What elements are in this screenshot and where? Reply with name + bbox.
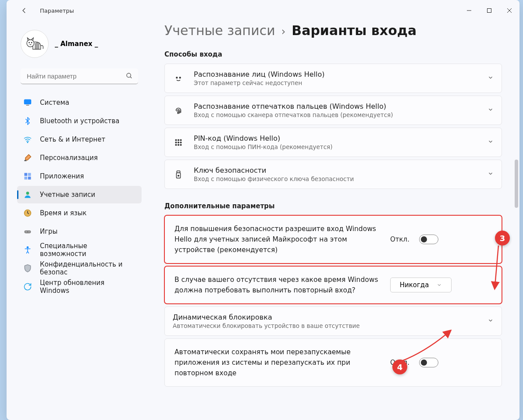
sidebar-item-gaming[interactable]: Игры — [17, 223, 142, 240]
card-dynamic-lock-title: Динамическая блокировка — [173, 313, 478, 321]
svg-point-28 — [179, 77, 181, 78]
svg-rect-13 — [25, 100, 31, 104]
card-seckey-subtitle: Вход с помощью физического ключа безопас… — [194, 175, 478, 182]
sidebar-item-personalization[interactable]: Персонализация — [17, 149, 142, 167]
sidebar-item-label: Bluetooth и устройства — [40, 117, 119, 125]
breadcrumb: Учетные записи › Варианты входа — [164, 23, 502, 38]
minimize-button[interactable] — [459, 4, 479, 18]
maximize-button[interactable] — [479, 4, 499, 18]
svg-point-6 — [31, 42, 32, 43]
svg-rect-16 — [25, 160, 27, 161]
card-dynamic-lock-subtitle: Автоматически блокировать устройство в в… — [173, 322, 478, 329]
section-heading-signin: Способы входа — [164, 50, 502, 58]
sidebar: _ Almanex _ СистемаBluetooth и устройств… — [7, 21, 147, 420]
settings-window: Параметры — [7, 0, 519, 420]
svg-point-21 — [26, 192, 29, 195]
cat-avatar-icon — [25, 36, 44, 52]
scrollbar-thumb[interactable] — [515, 160, 518, 208]
setting-relogin-value: Никогда — [400, 281, 429, 289]
card-fingerprint-subtitle: Вход с помощью сканера отпечатков пальце… — [194, 111, 478, 118]
search-input[interactable] — [21, 68, 138, 84]
breadcrumb-parent[interactable]: Учетные записи — [164, 23, 275, 38]
svg-point-26 — [27, 247, 28, 248]
sidebar-item-label: Специальные возможности — [40, 242, 135, 258]
setting-restart-apps-toggle[interactable] — [419, 358, 438, 367]
sidebar-item-accessibility[interactable]: Специальные возможности — [17, 241, 142, 259]
card-dynamic-lock[interactable]: Динамическая блокировка Автоматически бл… — [164, 306, 502, 336]
svg-rect-17 — [25, 173, 28, 176]
svg-point-31 — [180, 139, 181, 141]
sidebar-item-label: Игры — [40, 228, 57, 235]
window-controls — [459, 4, 519, 18]
wifi-icon — [23, 135, 32, 144]
main-panel: Учетные записи › Варианты входа Способы … — [147, 21, 519, 420]
svg-point-34 — [180, 142, 181, 143]
chevron-down-icon — [487, 170, 494, 178]
svg-point-27 — [176, 77, 178, 78]
sidebar-item-apps[interactable]: Приложения — [17, 167, 142, 185]
svg-point-40 — [178, 175, 179, 176]
shield-icon — [23, 264, 32, 273]
sidebar-item-label: Сеть & и Интернет — [40, 135, 105, 143]
svg-point-29 — [175, 139, 177, 141]
setting-relogin-text: В случае вашего отсутствия через какое в… — [174, 274, 381, 295]
svg-rect-18 — [28, 173, 31, 176]
sidebar-item-accounts[interactable]: Учетные записи — [17, 186, 142, 203]
sidebar-item-privacy[interactable]: Конфиденциальность и безопас — [17, 260, 142, 277]
clock-icon — [23, 209, 32, 217]
sidebar-item-network[interactable]: Сеть & и Интернет — [17, 131, 142, 148]
card-pin[interactable]: PIN-код (Windows Hello) Вход с помощью П… — [164, 128, 502, 157]
card-seckey-title: Ключ безопасности — [194, 166, 478, 174]
annotation-badge-4: 4 — [392, 359, 407, 374]
svg-rect-19 — [25, 177, 28, 180]
svg-rect-1 — [487, 9, 491, 13]
sidebar-item-system[interactable]: Система — [17, 94, 142, 111]
card-fingerprint[interactable]: Распознавание отпечатков пальцев (Window… — [164, 96, 502, 125]
svg-point-36 — [178, 144, 179, 146]
setting-relogin-dropdown[interactable]: Никогда — [390, 278, 452, 292]
back-button[interactable] — [15, 2, 33, 19]
scrollbar[interactable] — [514, 2, 519, 418]
svg-point-35 — [175, 144, 177, 146]
svg-point-5 — [29, 42, 30, 43]
chevron-down-icon — [487, 106, 494, 114]
update-icon — [23, 282, 32, 291]
breadcrumb-sep: › — [281, 25, 286, 38]
svg-point-25 — [29, 231, 30, 232]
bluetooth-icon — [23, 117, 32, 125]
face-icon — [173, 74, 184, 83]
username: _ Almanex _ — [55, 40, 98, 48]
gamepad-icon — [23, 227, 32, 236]
accessibility-icon — [23, 246, 32, 254]
card-face-subtitle: Этот параметр сейчас недоступен — [194, 79, 478, 86]
card-seckey[interactable]: Ключ безопасности Вход с помощью физичес… — [164, 160, 502, 189]
search-box — [21, 68, 138, 84]
svg-rect-20 — [28, 177, 31, 180]
svg-rect-14 — [26, 105, 29, 106]
svg-point-32 — [175, 142, 177, 143]
window-title: Параметры — [40, 7, 74, 14]
sidebar-item-bluetooth[interactable]: Bluetooth и устройства — [17, 112, 142, 130]
chevron-down-icon — [487, 317, 494, 325]
breadcrumb-current: Варианты входа — [292, 23, 416, 38]
setting-hello-only: Для повышения безопасности разрешите вхо… — [164, 215, 502, 263]
card-pin-title: PIN-код (Windows Hello) — [194, 134, 478, 142]
sidebar-item-update[interactable]: Центр обновления Windows — [17, 278, 142, 295]
keypad-icon — [173, 138, 184, 147]
profile-block[interactable]: _ Almanex _ — [17, 21, 142, 68]
titlebar: Параметры — [7, 0, 519, 21]
sidebar-item-time[interactable]: Время и язык — [17, 204, 142, 222]
apps-icon — [23, 172, 32, 181]
setting-hello-only-text: Для повышения безопасности разрешите вхо… — [174, 224, 381, 255]
setting-hello-only-toggle[interactable] — [419, 235, 438, 244]
svg-point-24 — [26, 231, 27, 232]
setting-restart-apps: Автоматически сохранять мои перезапускае… — [164, 338, 502, 387]
nav: СистемаBluetooth и устройстваСеть & и Ин… — [17, 94, 142, 420]
section-heading-additional: Дополнительные параметры — [164, 202, 502, 210]
person-icon — [23, 190, 32, 199]
brush-icon — [23, 153, 32, 162]
card-face[interactable]: Распознавание лиц (Windows Hello) Этот п… — [164, 64, 502, 93]
card-fingerprint-title: Распознавание отпечатков пальцев (Window… — [194, 102, 478, 110]
sidebar-item-label: Учетные записи — [40, 191, 95, 199]
sidebar-item-label: Время и язык — [40, 209, 87, 217]
